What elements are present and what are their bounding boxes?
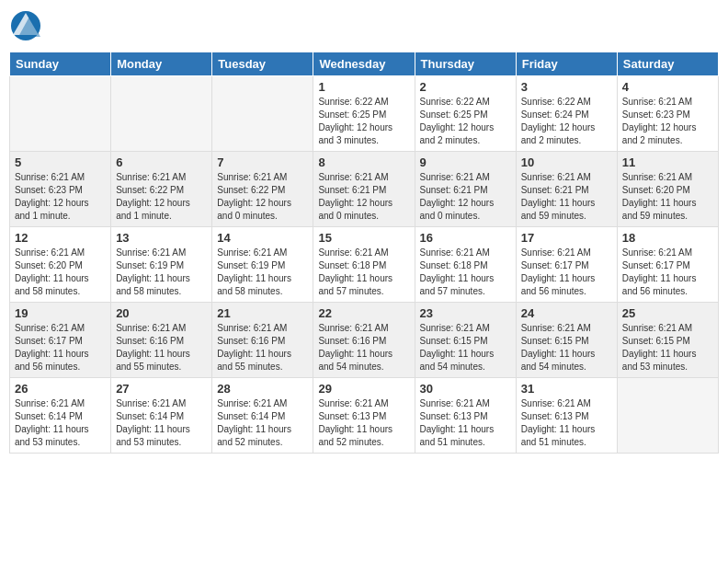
day-info: Sunrise: 6:21 AMSunset: 6:13 PMDaylight:…	[521, 397, 612, 449]
day-number: 14	[217, 231, 308, 245]
day-number: 13	[116, 231, 207, 245]
day-number: 31	[521, 382, 612, 396]
day-info: Sunrise: 6:21 AMSunset: 6:16 PMDaylight:…	[217, 322, 308, 373]
calendar-day-cell: 20Sunrise: 6:21 AMSunset: 6:16 PMDayligh…	[111, 303, 212, 378]
calendar-day-cell: 11Sunrise: 6:21 AMSunset: 6:20 PMDayligh…	[617, 152, 718, 227]
day-number: 5	[15, 155, 106, 169]
calendar-day-cell: 25Sunrise: 6:21 AMSunset: 6:15 PMDayligh…	[617, 303, 718, 378]
weekday-header: Sunday	[10, 52, 111, 76]
day-info: Sunrise: 6:21 AMSunset: 6:20 PMDaylight:…	[622, 171, 713, 223]
calendar-day-cell: 5Sunrise: 6:21 AMSunset: 6:23 PMDaylight…	[10, 152, 111, 227]
calendar-day-cell	[212, 76, 313, 152]
day-info: Sunrise: 6:21 AMSunset: 6:14 PMDaylight:…	[217, 397, 308, 449]
calendar-week-row: 5Sunrise: 6:21 AMSunset: 6:23 PMDaylight…	[10, 152, 719, 227]
calendar-week-row: 1Sunrise: 6:22 AMSunset: 6:25 PMDaylight…	[10, 76, 719, 152]
day-number: 15	[318, 231, 409, 245]
calendar-day-cell: 10Sunrise: 6:21 AMSunset: 6:21 PMDayligh…	[516, 152, 617, 227]
weekday-header-row: SundayMondayTuesdayWednesdayThursdayFrid…	[10, 52, 719, 76]
day-number: 19	[15, 306, 106, 320]
calendar-day-cell: 9Sunrise: 6:21 AMSunset: 6:21 PMDaylight…	[415, 152, 516, 227]
calendar-day-cell: 4Sunrise: 6:21 AMSunset: 6:23 PMDaylight…	[617, 76, 718, 152]
calendar-day-cell: 29Sunrise: 6:21 AMSunset: 6:13 PMDayligh…	[313, 378, 415, 454]
day-info: Sunrise: 6:22 AMSunset: 6:24 PMDaylight:…	[521, 96, 612, 147]
calendar-day-cell: 21Sunrise: 6:21 AMSunset: 6:16 PMDayligh…	[212, 303, 313, 378]
day-number: 26	[15, 382, 106, 396]
calendar-day-cell: 17Sunrise: 6:21 AMSunset: 6:17 PMDayligh…	[516, 227, 617, 303]
day-number: 28	[217, 382, 308, 396]
day-info: Sunrise: 6:21 AMSunset: 6:14 PMDaylight:…	[15, 397, 106, 449]
calendar-day-cell: 13Sunrise: 6:21 AMSunset: 6:19 PMDayligh…	[111, 227, 212, 303]
day-info: Sunrise: 6:21 AMSunset: 6:17 PMDaylight:…	[521, 247, 612, 298]
calendar-day-cell: 15Sunrise: 6:21 AMSunset: 6:18 PMDayligh…	[313, 227, 415, 303]
day-number: 3	[521, 80, 612, 94]
calendar-day-cell: 28Sunrise: 6:21 AMSunset: 6:14 PMDayligh…	[212, 378, 313, 454]
calendar-day-cell: 8Sunrise: 6:21 AMSunset: 6:21 PMDaylight…	[313, 152, 415, 227]
calendar-day-cell: 22Sunrise: 6:21 AMSunset: 6:16 PMDayligh…	[313, 303, 415, 378]
day-info: Sunrise: 6:21 AMSunset: 6:22 PMDaylight:…	[116, 171, 207, 223]
calendar-week-row: 26Sunrise: 6:21 AMSunset: 6:14 PMDayligh…	[10, 378, 719, 454]
day-info: Sunrise: 6:21 AMSunset: 6:19 PMDaylight:…	[217, 247, 308, 298]
weekday-header: Tuesday	[212, 52, 313, 76]
day-info: Sunrise: 6:21 AMSunset: 6:23 PMDaylight:…	[15, 171, 106, 223]
weekday-header: Friday	[516, 52, 617, 76]
day-number: 22	[318, 306, 409, 320]
page: SundayMondayTuesdayWednesdayThursdayFrid…	[0, 0, 728, 563]
calendar-day-cell: 27Sunrise: 6:21 AMSunset: 6:14 PMDayligh…	[111, 378, 212, 454]
calendar-day-cell: 16Sunrise: 6:21 AMSunset: 6:18 PMDayligh…	[415, 227, 516, 303]
calendar-day-cell: 31Sunrise: 6:21 AMSunset: 6:13 PMDayligh…	[516, 378, 617, 454]
calendar-week-row: 19Sunrise: 6:21 AMSunset: 6:17 PMDayligh…	[10, 303, 719, 378]
calendar-day-cell: 23Sunrise: 6:21 AMSunset: 6:15 PMDayligh…	[415, 303, 516, 378]
header	[9, 9, 719, 42]
day-info: Sunrise: 6:21 AMSunset: 6:23 PMDaylight:…	[622, 96, 713, 147]
day-number: 21	[217, 306, 308, 320]
calendar-day-cell	[111, 76, 212, 152]
calendar-day-cell: 6Sunrise: 6:21 AMSunset: 6:22 PMDaylight…	[111, 152, 212, 227]
day-number: 12	[15, 231, 106, 245]
weekday-header: Thursday	[415, 52, 516, 76]
day-number: 8	[318, 155, 409, 169]
day-info: Sunrise: 6:21 AMSunset: 6:17 PMDaylight:…	[15, 322, 106, 373]
day-number: 27	[116, 382, 207, 396]
day-number: 4	[622, 80, 713, 94]
day-number: 9	[420, 155, 511, 169]
day-info: Sunrise: 6:21 AMSunset: 6:20 PMDaylight:…	[15, 247, 106, 298]
calendar-day-cell: 1Sunrise: 6:22 AMSunset: 6:25 PMDaylight…	[313, 76, 415, 152]
calendar-day-cell: 3Sunrise: 6:22 AMSunset: 6:24 PMDaylight…	[516, 76, 617, 152]
day-info: Sunrise: 6:21 AMSunset: 6:21 PMDaylight:…	[318, 171, 409, 223]
day-info: Sunrise: 6:21 AMSunset: 6:22 PMDaylight:…	[217, 171, 308, 223]
day-info: Sunrise: 6:21 AMSunset: 6:17 PMDaylight:…	[622, 247, 713, 298]
calendar-day-cell	[10, 76, 111, 152]
day-info: Sunrise: 6:21 AMSunset: 6:16 PMDaylight:…	[116, 322, 207, 373]
day-info: Sunrise: 6:21 AMSunset: 6:15 PMDaylight:…	[622, 322, 713, 373]
day-info: Sunrise: 6:21 AMSunset: 6:18 PMDaylight:…	[318, 247, 409, 298]
logo	[9, 9, 42, 42]
day-number: 30	[420, 382, 511, 396]
calendar-week-row: 12Sunrise: 6:21 AMSunset: 6:20 PMDayligh…	[10, 227, 719, 303]
calendar-day-cell: 19Sunrise: 6:21 AMSunset: 6:17 PMDayligh…	[10, 303, 111, 378]
calendar-day-cell: 7Sunrise: 6:21 AMSunset: 6:22 PMDaylight…	[212, 152, 313, 227]
calendar: SundayMondayTuesdayWednesdayThursdayFrid…	[9, 52, 719, 454]
calendar-day-cell: 26Sunrise: 6:21 AMSunset: 6:14 PMDayligh…	[10, 378, 111, 454]
day-number: 2	[420, 80, 511, 94]
day-info: Sunrise: 6:21 AMSunset: 6:15 PMDaylight:…	[420, 322, 511, 373]
day-number: 10	[521, 155, 612, 169]
day-number: 23	[420, 306, 511, 320]
day-number: 16	[420, 231, 511, 245]
weekday-header: Monday	[111, 52, 212, 76]
day-info: Sunrise: 6:21 AMSunset: 6:13 PMDaylight:…	[318, 397, 409, 449]
day-info: Sunrise: 6:21 AMSunset: 6:19 PMDaylight:…	[116, 247, 207, 298]
day-number: 25	[622, 306, 713, 320]
day-number: 20	[116, 306, 207, 320]
day-info: Sunrise: 6:21 AMSunset: 6:18 PMDaylight:…	[420, 247, 511, 298]
calendar-day-cell: 30Sunrise: 6:21 AMSunset: 6:13 PMDayligh…	[415, 378, 516, 454]
calendar-day-cell: 18Sunrise: 6:21 AMSunset: 6:17 PMDayligh…	[617, 227, 718, 303]
day-info: Sunrise: 6:21 AMSunset: 6:16 PMDaylight:…	[318, 322, 409, 373]
calendar-day-cell: 2Sunrise: 6:22 AMSunset: 6:25 PMDaylight…	[415, 76, 516, 152]
day-info: Sunrise: 6:22 AMSunset: 6:25 PMDaylight:…	[318, 96, 409, 147]
day-info: Sunrise: 6:21 AMSunset: 6:13 PMDaylight:…	[420, 397, 511, 449]
day-number: 24	[521, 306, 612, 320]
day-number: 18	[622, 231, 713, 245]
day-info: Sunrise: 6:22 AMSunset: 6:25 PMDaylight:…	[420, 96, 511, 147]
day-number: 6	[116, 155, 207, 169]
logo-icon	[9, 9, 42, 42]
